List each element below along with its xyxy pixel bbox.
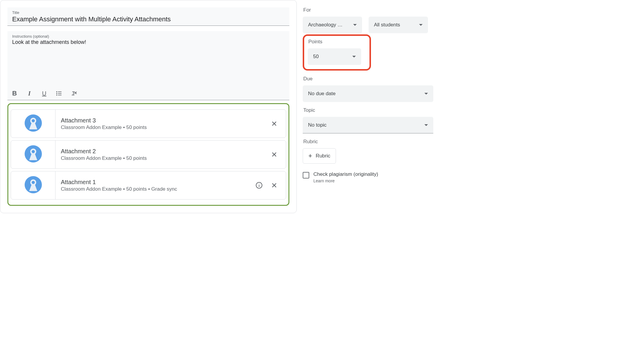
addon-icon [24,176,42,195]
rubric-button[interactable]: + Rubric [303,148,336,164]
students-select-value: All students [374,22,400,28]
chevron-down-icon [352,56,356,58]
attachment-body: Attachment 2 Classroom Addon Example • 5… [55,148,271,161]
points-value: 50 [313,54,319,60]
plagiarism-checkbox[interactable] [303,172,309,178]
underline-button[interactable]: U [41,90,48,97]
rubric-label: Rubric [303,139,433,145]
rubric-button-label: Rubric [316,153,330,159]
attachment-body: Attachment 3 Classroom Addon Example • 5… [55,117,271,130]
svg-point-21 [259,184,259,184]
attachment-title: Attachment 3 [61,117,266,124]
assignment-sidebar: For Archaeology … All students Points 50… [303,0,436,213]
instructions-label: Instructions (optional) [12,34,285,39]
attachment-title: Attachment 1 [61,179,250,186]
due-label: Due [303,76,433,82]
attachment-body: Attachment 1 Classroom Addon Example • 5… [55,179,256,192]
svg-point-4 [56,93,57,94]
attachment-icon-cell [11,110,55,138]
title-label: Title [12,10,285,15]
clear-format-button[interactable] [70,90,77,97]
attachment-subtitle: Classroom Addon Example • 50 points [61,155,266,161]
class-select[interactable]: Archaeology … [303,17,362,33]
topic-select[interactable]: No topic [303,117,433,133]
attachment-actions [256,182,286,189]
points-highlight: Points 50 [303,34,371,71]
assignment-editor-card: Title Instructions (optional) Look at th… [0,0,297,213]
topic-value: No topic [308,122,326,128]
chevron-down-icon [424,124,428,126]
attachment-icon-cell [11,141,55,168]
instructions-input[interactable]: Look at the attachments below! [12,39,285,45]
attachment-row[interactable]: Attachment 1 Classroom Addon Example • 5… [11,171,286,200]
title-input[interactable] [12,15,285,23]
for-label: For [303,7,433,13]
attachment-actions [271,120,286,127]
topic-label: Topic [303,107,433,113]
title-field[interactable]: Title [7,7,289,26]
remove-attachment-button[interactable] [271,120,277,127]
students-select[interactable]: All students [369,17,428,33]
due-value: No due date [308,91,336,97]
attachment-row[interactable]: Attachment 3 Classroom Addon Example • 5… [11,109,286,138]
bullet-list-button[interactable] [55,90,63,97]
chevron-down-icon [353,24,357,26]
attachments-group: Attachment 3 Classroom Addon Example • 5… [7,103,289,206]
remove-attachment-button[interactable] [271,151,277,158]
chevron-down-icon [424,93,428,95]
attachment-actions [271,151,286,158]
attachment-icon-cell [11,171,55,199]
plagiarism-label: Check plagiarism (originality) [313,171,378,177]
addon-icon [24,114,42,133]
chevron-down-icon [419,24,423,26]
info-icon[interactable] [256,182,263,189]
points-select[interactable]: 50 [308,48,361,65]
attachment-subtitle: Classroom Addon Example • 50 points • Gr… [61,186,250,192]
remove-attachment-button[interactable] [271,182,277,189]
plus-icon: + [308,153,312,159]
due-select[interactable]: No due date [303,85,433,102]
addon-icon [24,145,42,164]
points-label: Points [308,39,366,45]
svg-point-5 [56,95,57,95]
attachment-title: Attachment 2 [61,148,266,155]
learn-more-link[interactable]: Learn more [313,178,378,183]
format-toolbar: B I U [7,87,289,100]
bold-button[interactable]: B [11,90,18,97]
instructions-field[interactable]: Instructions (optional) Look at the atta… [7,31,289,87]
italic-button[interactable]: I [26,90,33,97]
svg-point-3 [56,92,57,92]
attachment-row[interactable]: Attachment 2 Classroom Addon Example • 5… [11,140,286,169]
class-select-value: Archaeology … [308,22,342,28]
attachment-subtitle: Classroom Addon Example • 50 points [61,125,266,130]
